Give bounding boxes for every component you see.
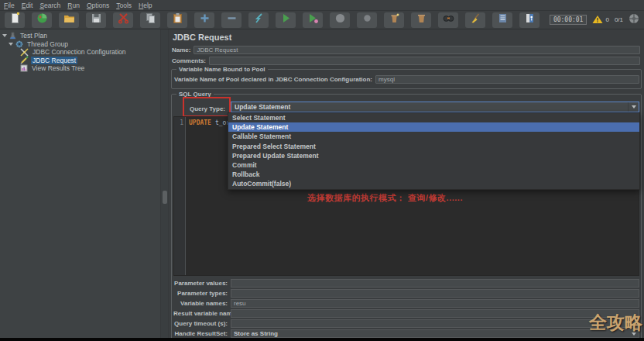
content-area: Test Plan Thread Group JDBC Connection C… xyxy=(0,29,644,341)
query-timeout-input[interactable] xyxy=(231,319,639,328)
add-button[interactable] xyxy=(194,12,214,28)
save-button[interactable] xyxy=(86,12,106,28)
name-input[interactable]: JDBC Request xyxy=(194,46,640,54)
tree-item-label[interactable]: View Results Tree xyxy=(30,64,86,72)
thread-count: 0/1 xyxy=(615,16,623,23)
stop-button[interactable] xyxy=(330,12,350,28)
parameter-values-label: Parameter values: xyxy=(173,280,228,287)
result-variable-name-input[interactable] xyxy=(231,309,639,318)
bottom-strip xyxy=(0,338,644,341)
remove-button[interactable] xyxy=(221,12,242,28)
dropdown-option[interactable]: Rollback xyxy=(228,170,639,179)
new-file-button[interactable] xyxy=(5,12,25,28)
open-file-button[interactable] xyxy=(59,12,79,28)
jdbc-request-panel: JDBC Request Name: JDBC Request Comments… xyxy=(169,29,644,341)
variable-names-row: Variable names: resu xyxy=(173,298,639,308)
tree-item-label[interactable]: Thread Group xyxy=(26,40,70,48)
paste-button[interactable] xyxy=(167,12,187,28)
annotation-red-box: Query Type: xyxy=(183,97,231,117)
dropdown-option[interactable]: Prepared Select Statement xyxy=(228,142,639,151)
line-number: 1 xyxy=(180,119,183,126)
menu-file[interactable]: File xyxy=(4,2,15,9)
clear-all-button[interactable] xyxy=(411,12,431,28)
tree-item-label[interactable]: JDBC Connection Configuration xyxy=(31,48,127,56)
remove-icon xyxy=(226,12,238,27)
dropdown-option[interactable]: Select Statement xyxy=(228,113,639,122)
pool-group: Variable Name Bound to Pool Variable Nam… xyxy=(171,69,642,89)
menu-tools[interactable]: Tools xyxy=(116,2,132,9)
help-icon xyxy=(524,12,536,27)
menu-search[interactable]: Search xyxy=(39,2,60,9)
result-variable-name-row: Result variable name: xyxy=(173,308,639,319)
dropdown-option[interactable]: AutoCommit(false) xyxy=(228,179,639,188)
pool-row: Variable Name of Pool declared in JDBC C… xyxy=(174,74,639,84)
tree-item-test-plan[interactable]: Test Plan xyxy=(0,32,160,40)
start-button[interactable] xyxy=(276,12,296,28)
tree-item-thread-group[interactable]: Thread Group xyxy=(0,40,160,49)
sql-keyword: UPDATE xyxy=(189,119,211,126)
menu-bar: File Edit Search Run Options Tools Help xyxy=(0,0,644,11)
jdbc-connection-icon xyxy=(20,48,29,57)
menu-edit[interactable]: Edit xyxy=(22,2,33,9)
panel-splitter[interactable] xyxy=(160,29,169,341)
tree-item-label[interactable]: JDBC Request xyxy=(31,57,77,64)
log-warnings-indicator[interactable]: 0 xyxy=(592,13,608,27)
tree-item-jdbc-connection-configuration[interactable]: JDBC Connection Configuration xyxy=(0,48,160,57)
query-type-combobox[interactable]: Update Statement xyxy=(231,102,639,112)
shutdown-button[interactable] xyxy=(357,12,377,28)
annotation-text: 选择数据库的执行模式： 查询/修改...... xyxy=(307,192,463,204)
parameter-types-input[interactable] xyxy=(231,289,639,298)
watermark: 全攻略 xyxy=(589,311,642,335)
query-timeout-label: Query timeout (s): xyxy=(173,320,228,327)
paste-icon xyxy=(172,12,183,27)
toggle-button[interactable] xyxy=(248,12,269,28)
cut-button[interactable] xyxy=(113,12,133,28)
copy-button[interactable] xyxy=(140,12,160,28)
name-row: Name: JDBC Request xyxy=(172,45,640,55)
dropdown-option[interactable]: Commit xyxy=(228,160,639,170)
function-helper-button[interactable] xyxy=(492,12,512,28)
templates-button[interactable] xyxy=(32,12,52,28)
dropdown-option[interactable]: Update Statement xyxy=(228,122,639,132)
comments-input[interactable] xyxy=(209,57,640,65)
dropdown-option[interactable]: Prepared Update Statement xyxy=(228,151,639,160)
toolbar-status-area: 00:00:01 0 0/1 xyxy=(550,13,639,27)
menu-run[interactable]: Run xyxy=(67,2,80,9)
search-icon xyxy=(443,12,454,27)
parameter-values-row: Parameter values: xyxy=(173,278,639,288)
expand-arrow-icon[interactable] xyxy=(9,43,13,46)
start-no-pauses-button[interactable] xyxy=(303,12,323,28)
clear-button[interactable] xyxy=(384,12,404,28)
tree-item-jdbc-request[interactable]: JDBC Request xyxy=(0,57,160,65)
tree-item-label[interactable]: Test Plan xyxy=(19,32,49,40)
query-type-label: Query Type: xyxy=(190,105,225,112)
dropdown-option[interactable]: Callable Statement xyxy=(228,132,639,141)
thread-group-icon xyxy=(15,40,23,48)
reset-search-button[interactable] xyxy=(465,12,485,28)
sql-parameter-rows: Parameter values: Parameter types: Varia… xyxy=(173,278,639,339)
variable-names-label: Variable names: xyxy=(173,300,228,307)
warning-count: 0 xyxy=(605,16,608,23)
warning-icon xyxy=(592,13,603,27)
parameter-values-input[interactable] xyxy=(231,279,639,288)
menu-help[interactable]: Help xyxy=(139,2,152,9)
pool-name-label: Variable Name of Pool declared in JDBC C… xyxy=(174,76,372,83)
expand-arrow-icon[interactable] xyxy=(2,34,7,37)
chevron-down-icon xyxy=(632,105,636,108)
add-icon xyxy=(199,12,211,27)
tree-item-view-results-tree[interactable]: View Results Tree xyxy=(0,64,160,73)
search-button[interactable] xyxy=(438,12,458,28)
copy-icon xyxy=(145,12,156,27)
templates-icon xyxy=(36,12,48,27)
variable-names-input[interactable]: resu xyxy=(231,299,639,308)
start-icon xyxy=(280,12,292,27)
menu-options[interactable]: Options xyxy=(87,2,109,9)
splitter-grip-icon[interactable] xyxy=(163,191,167,204)
combo-dropdown-button[interactable] xyxy=(628,102,639,112)
handle-resultset-combobox[interactable]: Store as String xyxy=(231,329,639,338)
elapsed-timer: 00:00:01 xyxy=(550,15,587,25)
page-title: JDBC Request xyxy=(173,33,231,42)
parameter-types-label: Parameter types: xyxy=(173,290,228,297)
pool-name-input[interactable]: mysql xyxy=(375,75,639,84)
help-button[interactable] xyxy=(519,12,540,28)
